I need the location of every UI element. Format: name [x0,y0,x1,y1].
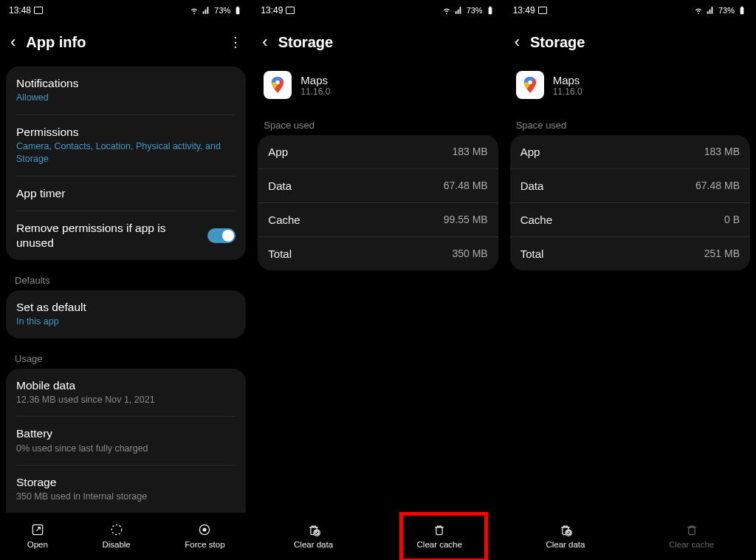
battery-icon [485,5,495,16]
storage-data-label: Data [520,180,544,192]
disable-button[interactable]: Disable [96,519,136,552]
content-scroll[interactable]: Notifications Allowed Permissions Camera… [0,66,252,513]
storage-total-label: Total [268,247,292,260]
svg-point-14 [528,81,532,85]
storage-data-row: Data 67.48 MB [510,169,750,203]
clear-data-button[interactable]: Clear data [288,519,339,552]
status-bar: 13:49 73% [504,0,756,21]
clear-cache-icon [684,522,699,537]
svg-point-8 [276,81,281,85]
storage-app-value: 183 MB [704,146,740,158]
open-button[interactable]: Open [21,519,54,552]
clear-cache-button: Clear cache [663,519,720,552]
page-title: App info [26,34,219,51]
status-left: 13:48 [9,5,43,16]
notifications-row[interactable]: Notifications Allowed [16,66,236,115]
set-default-title: Set as default [16,300,236,315]
status-right: 73% [441,5,495,16]
status-bar: 13:49 73% [252,0,504,21]
maps-pin-icon [523,77,537,93]
storage-cache-value: 99.55 MB [444,214,488,226]
remove-permissions-toggle[interactable] [207,228,236,243]
spacer [504,270,756,513]
open-label: Open [27,540,48,549]
svg-point-3 [111,525,121,534]
svg-rect-13 [741,7,743,7]
app-header: Maps 11.16.0 [504,66,756,111]
battery-title: Battery [16,426,236,441]
clear-data-button[interactable]: Clear data [540,519,591,552]
storage-app-label: App [520,146,540,158]
app-name: Maps [300,74,330,86]
storage-total-row: Total 350 MB [258,237,498,270]
storage-cache-label: Cache [520,214,552,226]
storage-data-row: Data 67.48 MB [258,169,498,203]
svg-rect-1 [237,7,238,7]
page-title: Storage [278,34,494,51]
storage-card: App 183 MB Data 67.48 MB Cache 0 B Total… [510,135,750,270]
status-time: 13:49 [513,5,535,16]
defaults-card: Set as default In this app [6,290,246,338]
more-icon[interactable]: ⋮ [229,34,241,50]
screen-app-info: 13:48 73% ‹ App info ⋮ Notifications All… [0,0,252,560]
page-header: ‹ Storage [252,21,504,66]
storage-sub: 350 MB used in Internal storage [16,491,236,504]
bottom-bar: Clear data Clear cache [252,513,504,560]
app-timer-row[interactable]: App timer [16,177,236,211]
wifi-icon [693,5,704,16]
app-timer-title: App timer [16,186,236,201]
svg-rect-12 [740,7,744,14]
storage-app-row: App 183 MB [258,135,498,169]
mobile-data-row[interactable]: Mobile data 12.36 MB used since Nov 1, 2… [16,369,236,417]
set-default-sub: In this app [16,315,236,329]
clear-data-icon [306,522,321,537]
svg-rect-7 [489,7,490,7]
open-icon [30,522,45,537]
clear-data-label: Clear data [546,540,585,549]
back-icon[interactable]: ‹ [515,33,520,52]
page-title: Storage [530,34,746,51]
clear-cache-button[interactable]: Clear cache [411,519,468,552]
remove-permissions-row[interactable]: Remove permissions if app is unused [16,211,236,260]
status-right: 73% [693,5,747,16]
signal-icon [202,5,212,16]
back-icon[interactable]: ‹ [262,33,267,52]
storage-data-value: 67.48 MB [444,180,488,192]
highlight-annotation [399,512,488,560]
set-default-row[interactable]: Set as default In this app [16,290,236,338]
bottom-bar: Clear data Clear cache [504,513,756,560]
storage-total-value: 251 MB [704,247,740,260]
maps-app-icon [516,71,544,99]
storage-cache-row: Cache 0 B [510,203,750,237]
battery-row[interactable]: Battery 0% used since last fully charged [16,417,236,465]
force-stop-icon [197,522,212,537]
storage-cache-value: 0 B [724,214,740,226]
status-right: 73% [189,5,243,16]
signal-icon [454,5,464,16]
settings-card-1: Notifications Allowed Permissions Camera… [6,66,246,260]
svg-rect-17 [688,527,694,535]
force-stop-button[interactable]: Force stop [179,519,230,552]
storage-row[interactable]: Storage 350 MB used in Internal storage [16,465,236,513]
app-version: 11.16.0 [553,86,583,97]
storage-cache-label: Cache [268,214,300,226]
storage-app-label: App [268,146,288,158]
page-header: ‹ App info ⋮ [0,21,252,66]
clear-data-icon [558,522,573,537]
mobile-data-sub: 12.36 MB used since Nov 1, 2021 [16,394,236,407]
screenshot-icon [286,7,295,14]
permissions-row[interactable]: Permissions Camera, Contacts, Location, … [16,115,236,177]
usage-label: Usage [3,344,249,369]
app-header: Maps 11.16.0 [252,66,504,111]
back-icon[interactable]: ‹ [10,33,16,52]
app-name: Maps [553,74,583,86]
maps-pin-icon [271,77,284,93]
app-info-text: Maps 11.16.0 [300,74,330,97]
wifi-icon [441,5,452,16]
status-left: 13:49 [513,5,547,16]
battery-text: 73% [467,6,483,15]
mobile-data-title: Mobile data [16,378,236,393]
bottom-bar: Open Disable Force stop [0,513,252,560]
notifications-title: Notifications [16,76,236,91]
storage-total-row: Total 251 MB [510,237,750,270]
